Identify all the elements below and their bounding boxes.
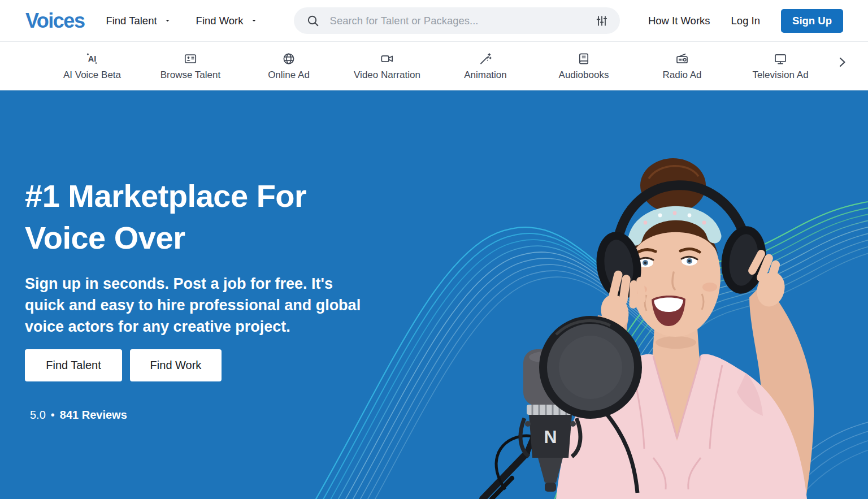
category-animation[interactable]: Animation <box>436 52 535 80</box>
chevron-right-icon[interactable] <box>830 55 851 77</box>
hero-subtitle: Sign up in seconds. Post a job for free.… <box>25 273 364 337</box>
category-label: Television Ad <box>752 70 808 80</box>
category-video-narration[interactable]: Video Narration <box>338 52 436 80</box>
topbar-right-links: How It Works Log In Sign Up <box>648 9 843 33</box>
ai-sparkle-icon: AI <box>85 52 99 66</box>
chevron-down-icon <box>250 17 258 24</box>
video-camera-icon <box>380 52 394 66</box>
hero-title-line2: Voice Over <box>25 217 398 259</box>
rating-summary: 5.0 • 841 Reviews <box>25 409 398 422</box>
hero-content: #1 Marketplace For Voice Over Sign up in… <box>25 175 398 422</box>
nav-find-talent-label: Find Talent <box>106 15 157 27</box>
search-icon <box>306 14 320 28</box>
category-label: Video Narration <box>354 70 420 80</box>
category-label: Radio Ad <box>663 70 702 80</box>
rating-reviews: 841 Reviews <box>60 409 127 422</box>
contact-card-icon <box>184 52 197 66</box>
voices-logo[interactable]: Voices <box>25 9 84 33</box>
find-work-button[interactable]: Find Work <box>130 349 222 381</box>
nav-find-work-label: Find Work <box>196 15 244 27</box>
category-nav: AI AI Voice Beta Browse Talent <box>0 41 868 90</box>
category-audiobooks[interactable]: Audiobooks <box>535 52 633 80</box>
rating-separator: • <box>51 409 55 422</box>
log-in-link[interactable]: Log In <box>731 15 760 27</box>
svg-text:N: N <box>544 427 557 447</box>
hero-title-line1: #1 Marketplace For <box>25 175 398 217</box>
category-browse-talent[interactable]: Browse Talent <box>141 52 240 80</box>
radio-icon <box>675 52 689 66</box>
find-talent-button[interactable]: Find Talent <box>25 349 122 381</box>
hero-cta-buttons: Find Talent Find Work <box>25 349 398 381</box>
category-ai-voice-beta[interactable]: AI AI Voice Beta <box>43 52 141 80</box>
rating-score: 5.0 <box>30 409 46 422</box>
globe-icon <box>282 52 296 66</box>
hero-title: #1 Marketplace For Voice Over <box>25 175 398 259</box>
search-bar[interactable] <box>294 7 620 34</box>
book-icon <box>577 52 591 66</box>
top-navigation-bar: Voices Find Talent Find Work <box>0 0 868 41</box>
category-television-ad[interactable]: Television Ad <box>731 52 830 80</box>
category-radio-ad[interactable]: Radio Ad <box>633 52 731 80</box>
filter-sliders-icon[interactable] <box>596 15 608 27</box>
search-input[interactable] <box>330 15 585 27</box>
svg-text:AI: AI <box>88 54 97 63</box>
tv-icon <box>774 52 787 66</box>
category-label: Online Ad <box>268 70 310 80</box>
nav-find-talent[interactable]: Find Talent <box>106 15 171 27</box>
nav-find-work[interactable]: Find Work <box>196 15 258 27</box>
category-label: AI Voice Beta <box>63 70 121 80</box>
primary-nav: Find Talent Find Work <box>106 15 257 27</box>
magic-wand-icon <box>479 52 492 66</box>
how-it-works-link[interactable]: How It Works <box>648 15 710 27</box>
hero-image-voice-actor: N <box>472 90 868 499</box>
category-online-ad[interactable]: Online Ad <box>240 52 338 80</box>
category-label: Animation <box>464 70 507 80</box>
category-label: Browse Talent <box>160 70 220 80</box>
sign-up-button[interactable]: Sign Up <box>781 9 843 33</box>
hero-section: N #1 Marketplace For Voice Over Sign up … <box>0 90 868 499</box>
chevron-down-icon <box>164 17 171 24</box>
category-label: Audiobooks <box>559 70 609 80</box>
